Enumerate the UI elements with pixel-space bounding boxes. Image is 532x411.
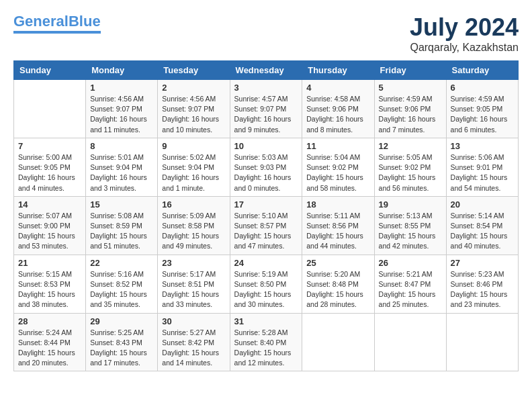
calendar-cell: 8Sunrise: 5:01 AM Sunset: 9:04 PM Daylig… <box>86 138 158 196</box>
day-info: Sunrise: 4:59 AM Sunset: 9:06 PM Dayligh… <box>379 94 442 135</box>
calendar-cell: 5Sunrise: 4:59 AM Sunset: 9:06 PM Daylig… <box>374 80 446 138</box>
logo-general: General <box>13 13 69 30</box>
day-number: 27 <box>451 258 514 268</box>
day-info: Sunrise: 5:27 AM Sunset: 8:42 PM Dayligh… <box>162 328 225 369</box>
calendar-cell: 18Sunrise: 5:11 AM Sunset: 8:56 PM Dayli… <box>302 196 374 255</box>
calendar-cell: 10Sunrise: 5:03 AM Sunset: 9:03 PM Dayli… <box>230 138 302 196</box>
day-number: 6 <box>451 83 514 93</box>
calendar-week-row: 21Sunrise: 5:15 AM Sunset: 8:53 PM Dayli… <box>14 255 519 313</box>
weekday-header: Wednesday <box>230 61 302 80</box>
day-info: Sunrise: 5:08 AM Sunset: 8:59 PM Dayligh… <box>90 211 153 252</box>
day-info: Sunrise: 5:17 AM Sunset: 8:51 PM Dayligh… <box>162 269 225 310</box>
day-number: 25 <box>306 258 369 268</box>
day-info: Sunrise: 5:23 AM Sunset: 8:46 PM Dayligh… <box>451 269 514 310</box>
calendar-cell: 27Sunrise: 5:23 AM Sunset: 8:46 PM Dayli… <box>446 255 518 313</box>
day-number: 2 <box>162 83 225 93</box>
day-number: 15 <box>90 199 153 210</box>
day-info: Sunrise: 5:19 AM Sunset: 8:50 PM Dayligh… <box>234 269 298 310</box>
day-info: Sunrise: 5:05 AM Sunset: 9:02 PM Dayligh… <box>379 152 442 193</box>
calendar-cell: 9Sunrise: 5:02 AM Sunset: 9:04 PM Daylig… <box>158 138 230 196</box>
calendar-cell: 22Sunrise: 5:16 AM Sunset: 8:52 PM Dayli… <box>86 255 158 313</box>
calendar-table: SundayMondayTuesdayWednesdayThursdayFrid… <box>13 60 519 371</box>
calendar-cell: 6Sunrise: 4:59 AM Sunset: 9:05 PM Daylig… <box>446 80 518 138</box>
day-number: 17 <box>234 199 298 210</box>
day-info: Sunrise: 5:07 AM Sunset: 9:00 PM Dayligh… <box>18 211 81 252</box>
calendar-subtitle: Qarqaraly, Kazakhstan <box>410 42 519 54</box>
day-info: Sunrise: 5:00 AM Sunset: 9:05 PM Dayligh… <box>18 152 81 193</box>
calendar-week-row: 28Sunrise: 5:24 AM Sunset: 8:44 PM Dayli… <box>14 313 519 371</box>
calendar-cell: 23Sunrise: 5:17 AM Sunset: 8:51 PM Dayli… <box>158 255 230 313</box>
day-number: 30 <box>162 316 225 326</box>
day-number: 12 <box>379 141 442 151</box>
calendar-cell: 25Sunrise: 5:20 AM Sunset: 8:48 PM Dayli… <box>302 255 374 313</box>
calendar-cell: 1Sunrise: 4:56 AM Sunset: 9:07 PM Daylig… <box>86 80 158 138</box>
calendar-cell: 11Sunrise: 5:04 AM Sunset: 9:02 PM Dayli… <box>302 138 374 196</box>
day-number: 4 <box>306 83 369 93</box>
day-info: Sunrise: 4:57 AM Sunset: 9:07 PM Dayligh… <box>234 94 298 135</box>
day-info: Sunrise: 5:15 AM Sunset: 8:53 PM Dayligh… <box>18 269 81 310</box>
calendar-cell: 15Sunrise: 5:08 AM Sunset: 8:59 PM Dayli… <box>86 196 158 255</box>
day-number: 29 <box>90 316 153 326</box>
weekday-header: Friday <box>374 61 446 80</box>
logo-blue: Blue <box>69 13 101 30</box>
calendar-cell: 14Sunrise: 5:07 AM Sunset: 9:00 PM Dayli… <box>14 196 86 255</box>
day-number: 3 <box>234 83 298 93</box>
day-number: 5 <box>379 83 442 93</box>
day-info: Sunrise: 4:58 AM Sunset: 9:06 PM Dayligh… <box>306 94 369 135</box>
calendar-cell: 29Sunrise: 5:25 AM Sunset: 8:43 PM Dayli… <box>86 313 158 371</box>
day-info: Sunrise: 5:16 AM Sunset: 8:52 PM Dayligh… <box>90 269 153 310</box>
calendar-cell: 7Sunrise: 5:00 AM Sunset: 9:05 PM Daylig… <box>14 138 86 196</box>
calendar-cell: 12Sunrise: 5:05 AM Sunset: 9:02 PM Dayli… <box>374 138 446 196</box>
calendar-cell: 16Sunrise: 5:09 AM Sunset: 8:58 PM Dayli… <box>158 196 230 255</box>
day-number: 28 <box>18 316 81 326</box>
day-info: Sunrise: 5:04 AM Sunset: 9:02 PM Dayligh… <box>306 152 369 193</box>
day-number: 11 <box>306 141 369 151</box>
calendar-cell <box>374 313 446 371</box>
weekday-header: Thursday <box>302 61 374 80</box>
day-number: 22 <box>90 258 153 268</box>
day-number: 1 <box>90 83 153 93</box>
day-number: 14 <box>18 199 81 210</box>
day-info: Sunrise: 5:02 AM Sunset: 9:04 PM Dayligh… <box>162 152 225 193</box>
day-info: Sunrise: 5:25 AM Sunset: 8:43 PM Dayligh… <box>90 328 153 369</box>
weekday-header: Monday <box>86 61 158 80</box>
logo-underline <box>13 31 101 34</box>
logo-text: GeneralBlue <box>13 13 101 30</box>
day-info: Sunrise: 5:28 AM Sunset: 8:40 PM Dayligh… <box>234 328 298 369</box>
weekday-header: Tuesday <box>158 61 230 80</box>
day-number: 19 <box>379 199 442 210</box>
day-info: Sunrise: 5:06 AM Sunset: 9:01 PM Dayligh… <box>451 152 514 193</box>
day-info: Sunrise: 5:11 AM Sunset: 8:56 PM Dayligh… <box>306 211 369 252</box>
calendar-cell <box>14 80 86 138</box>
day-number: 10 <box>234 141 298 151</box>
calendar-cell: 30Sunrise: 5:27 AM Sunset: 8:42 PM Dayli… <box>158 313 230 371</box>
day-info: Sunrise: 5:21 AM Sunset: 8:47 PM Dayligh… <box>379 269 442 310</box>
calendar-week-row: 1Sunrise: 4:56 AM Sunset: 9:07 PM Daylig… <box>14 80 519 138</box>
weekday-header: Saturday <box>446 61 518 80</box>
day-number: 8 <box>90 141 153 151</box>
day-number: 7 <box>18 141 81 151</box>
day-number: 20 <box>451 199 514 210</box>
calendar-week-row: 7Sunrise: 5:00 AM Sunset: 9:05 PM Daylig… <box>14 138 519 196</box>
weekday-header: Sunday <box>14 61 86 80</box>
day-number: 18 <box>306 199 369 210</box>
day-number: 13 <box>451 141 514 151</box>
calendar-cell: 17Sunrise: 5:10 AM Sunset: 8:57 PM Dayli… <box>230 196 302 255</box>
calendar-cell: 19Sunrise: 5:13 AM Sunset: 8:55 PM Dayli… <box>374 196 446 255</box>
calendar-cell: 20Sunrise: 5:14 AM Sunset: 8:54 PM Dayli… <box>446 196 518 255</box>
calendar-cell: 26Sunrise: 5:21 AM Sunset: 8:47 PM Dayli… <box>374 255 446 313</box>
calendar-cell: 3Sunrise: 4:57 AM Sunset: 9:07 PM Daylig… <box>230 80 302 138</box>
calendar-cell: 24Sunrise: 5:19 AM Sunset: 8:50 PM Dayli… <box>230 255 302 313</box>
calendar-cell: 4Sunrise: 4:58 AM Sunset: 9:06 PM Daylig… <box>302 80 374 138</box>
calendar-cell <box>302 313 374 371</box>
day-number: 26 <box>379 258 442 268</box>
day-info: Sunrise: 5:01 AM Sunset: 9:04 PM Dayligh… <box>90 152 153 193</box>
calendar-cell: 13Sunrise: 5:06 AM Sunset: 9:01 PM Dayli… <box>446 138 518 196</box>
day-number: 31 <box>234 316 298 326</box>
title-block: July 2024 Qarqaraly, Kazakhstan <box>410 13 519 54</box>
calendar-week-row: 14Sunrise: 5:07 AM Sunset: 9:00 PM Dayli… <box>14 196 519 255</box>
calendar-cell: 31Sunrise: 5:28 AM Sunset: 8:40 PM Dayli… <box>230 313 302 371</box>
day-info: Sunrise: 4:59 AM Sunset: 9:05 PM Dayligh… <box>451 94 514 135</box>
day-info: Sunrise: 5:24 AM Sunset: 8:44 PM Dayligh… <box>18 328 81 369</box>
calendar-header-row: SundayMondayTuesdayWednesdayThursdayFrid… <box>14 61 519 80</box>
